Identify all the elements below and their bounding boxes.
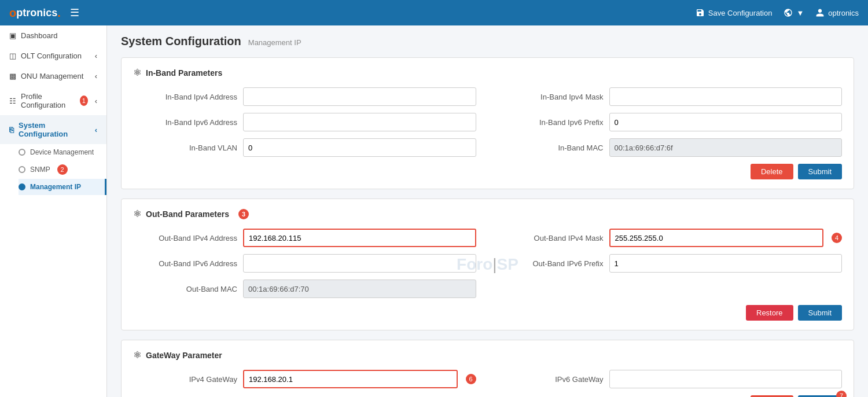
- gateway-form: IPv4 GateWay 6 IPv6 GateWay: [133, 370, 842, 388]
- onu-arrow: ‹: [95, 72, 97, 80]
- outband-empty: [499, 280, 843, 298]
- profile-icon: ☷: [9, 97, 16, 105]
- snmp-icon: [19, 166, 25, 173]
- outband-badge4: 4: [832, 233, 842, 243]
- outband-mask-row: Out-Band IPv4 Mask 4: [499, 229, 843, 247]
- save-config-label: Save Configuration: [708, 9, 773, 17]
- inband-ipv6prefix-row: In-Band Ipv6 Prefix: [499, 113, 843, 131]
- outband-ipv6prefix-row: Out-Band IPv6 Prefix: [499, 254, 843, 273]
- sidebar-item-snmp[interactable]: SNMP 2: [19, 160, 106, 179]
- sidebar-item-onu[interactable]: ▩ ONU Management ‹: [0, 66, 106, 86]
- gateway-badge7: 7: [836, 391, 847, 397]
- outband-btn-row: Restore Submit: [133, 305, 842, 321]
- gateway-ipv6-row: IPv6 GateWay: [499, 370, 843, 388]
- sidebar-item-device-mgmt[interactable]: Device Management: [19, 144, 106, 160]
- outband-ipv4-input[interactable]: [243, 229, 476, 247]
- gateway-badge6: 6: [466, 374, 476, 384]
- outband-mac-input: [243, 280, 476, 298]
- sidebar-item-system[interactable]: ⎘ System Configuration ‹: [0, 115, 106, 144]
- outband-ipv6-label: Out-Band IPv6 Address: [133, 259, 237, 268]
- system-arrow: ‹: [95, 126, 97, 134]
- logo-dot: .: [57, 6, 61, 20]
- outband-mac-label: Out-Band MAC: [133, 285, 237, 293]
- inband-mask-input[interactable]: [609, 87, 843, 106]
- gateway-ipv6-label: IPv6 GateWay: [499, 375, 604, 384]
- olt-arrow: ‹: [95, 52, 97, 60]
- inband-form: In-Band Ipv4 Address In-Band Ipv4 Mask I…: [133, 87, 842, 157]
- outband-ipv6prefix-input[interactable]: [609, 254, 843, 273]
- inband-vlan-input[interactable]: [243, 138, 476, 157]
- sidebar-label-dashboard: Dashboard: [21, 31, 58, 40]
- outband-title: Out-Band Parameters: [146, 209, 229, 219]
- outband-ipv6prefix-label: Out-Band IPv6 Prefix: [499, 259, 604, 268]
- outband-icon: ⚛: [133, 208, 141, 219]
- outband-ipv4-row: Out-Band IPv4 Address: [133, 229, 476, 247]
- sidebar-item-dashboard[interactable]: ▣ Dashboard: [0, 25, 106, 46]
- gateway-ipv4-row: IPv4 GateWay 6: [133, 370, 476, 388]
- sidebar-label-onu: ONU Management: [21, 72, 83, 80]
- inband-mask-row: In-Band Ipv4 Mask: [499, 87, 843, 106]
- inband-ipv4-input[interactable]: [243, 87, 476, 106]
- navbar-right: Save Configuration ▼ optronics: [696, 8, 859, 17]
- inband-submit-btn[interactable]: Submit: [798, 164, 842, 179]
- outband-restore-btn[interactable]: Restore: [746, 305, 793, 321]
- inband-card: ⚛ In-Band Parameters In-Band Ipv4 Addres…: [121, 57, 854, 189]
- sidebar-label-profile: Profile Configuration: [21, 92, 73, 109]
- sidebar-label-olt: OLT Configuration: [21, 52, 82, 60]
- globe-icon: [784, 8, 793, 17]
- inband-ipv6prefix-input[interactable]: [609, 113, 843, 131]
- outband-mask-input[interactable]: [609, 229, 824, 247]
- onu-icon: ▩: [9, 72, 16, 80]
- navbar-left: o ptronics . ☰: [9, 6, 79, 20]
- profile-badge: 1: [80, 95, 88, 106]
- sidebar-label-snmp: SNMP: [30, 166, 50, 174]
- inband-header: ⚛ In-Band Parameters: [133, 67, 842, 78]
- inband-ipv6-input[interactable]: [243, 113, 476, 131]
- logo-text: ptronics: [16, 7, 57, 19]
- sidebar-label-system: System Configuration: [19, 121, 90, 138]
- inband-btn-row: Delete Submit: [133, 164, 842, 179]
- gateway-ipv4-label: IPv4 GateWay: [133, 375, 237, 384]
- inband-ipv4-label: In-Band Ipv4 Address: [133, 93, 237, 101]
- mgmt-ip-icon: [19, 183, 25, 190]
- gateway-ipv4-input[interactable]: [243, 370, 458, 388]
- inband-delete-btn[interactable]: Delete: [751, 164, 793, 179]
- gateway-card: ⚛ GateWay Parameter IPv4 GateWay 6 IPv6 …: [121, 340, 854, 397]
- sidebar-item-olt[interactable]: ◫ OLT Configuration ‹: [0, 46, 106, 66]
- profile-arrow: ‹: [95, 97, 97, 105]
- inband-icon: ⚛: [133, 67, 141, 78]
- save-icon: [696, 8, 705, 17]
- outband-mask-label: Out-Band IPv4 Mask: [499, 234, 604, 242]
- logo: o ptronics .: [9, 6, 61, 20]
- sidebar-label-device: Device Management: [30, 148, 94, 156]
- sidebar-item-profile[interactable]: ☷ Profile Configuration 1 ‹: [0, 86, 106, 115]
- page-title: System Configuration: [121, 35, 241, 48]
- olt-icon: ◫: [9, 52, 16, 60]
- snmp-badge: 2: [57, 164, 68, 175]
- system-icon: ⎘: [9, 126, 14, 134]
- user-btn[interactable]: optronics: [815, 8, 859, 17]
- user-label: optronics: [828, 9, 859, 17]
- gateway-ipv6-input[interactable]: [609, 370, 843, 388]
- gateway-header: ⚛ GateWay Parameter: [133, 350, 842, 361]
- sidebar-item-mgmt-ip[interactable]: Management IP: [19, 179, 106, 195]
- outband-submit-btn[interactable]: Submit: [798, 305, 842, 321]
- content-area: System Configuration Management IP ⚛ In-…: [107, 25, 868, 397]
- hamburger-icon[interactable]: ☰: [70, 6, 79, 19]
- sidebar-sub-items: Device Management SNMP 2 Management IP: [0, 144, 106, 195]
- outband-ipv6-input[interactable]: [243, 254, 476, 273]
- main-layout: ▣ Dashboard ◫ OLT Configuration ‹ ▩ ONU …: [0, 25, 868, 397]
- outband-header: ⚛ Out-Band Parameters 3: [133, 208, 842, 219]
- save-config-btn[interactable]: Save Configuration: [696, 8, 773, 17]
- inband-vlan-row: In-Band VLAN: [133, 138, 476, 157]
- inband-ipv6-row: In-Band Ipv6 Address: [133, 113, 476, 131]
- gateway-icon: ⚛: [133, 350, 141, 361]
- globe-btn[interactable]: ▼: [784, 8, 804, 17]
- inband-title: In-Band Parameters: [146, 68, 222, 78]
- inband-mask-label: In-Band Ipv4 Mask: [499, 93, 604, 101]
- device-mgmt-icon: [19, 149, 25, 156]
- inband-vlan-label: In-Band VLAN: [133, 144, 237, 152]
- outband-ipv4-label: Out-Band IPv4 Address: [133, 234, 237, 242]
- outband-form: Out-Band IPv4 Address Out-Band IPv4 Mask…: [133, 229, 842, 298]
- globe-label: ▼: [796, 9, 804, 17]
